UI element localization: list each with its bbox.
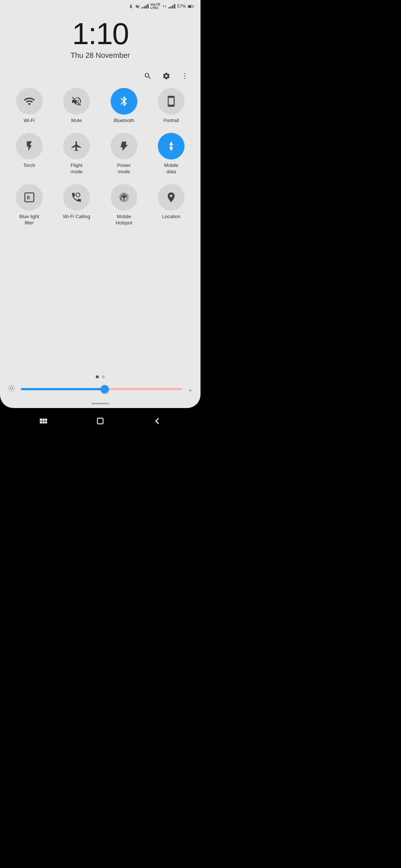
wifi-calling-tile[interactable]: Wi-Fi Calling [55,184,99,226]
flight-mode-tile-label: Flightmode [71,162,83,175]
brightness-sun-icon [7,384,16,394]
mute-tile-circle [63,88,90,115]
torch-tile[interactable]: Torch [7,133,51,175]
settings-button[interactable] [161,71,172,81]
svg-line-17 [13,386,14,387]
tiles-row-1: Wi-Fi Mute Bluetooth [7,88,193,124]
svg-rect-2 [188,6,191,7]
power-mode-tile-circle [111,133,137,160]
tiles-row-2: Torch Flightmode Powerm [7,133,193,175]
portrait-tile[interactable]: Portrait [150,88,193,124]
recent-apps-button[interactable] [34,412,53,430]
mute-tile-label: Mute [71,118,82,124]
brightness-slider[interactable] [21,388,182,390]
svg-rect-1 [193,6,194,7]
wifi-calling-tile-circle [63,184,90,211]
flight-mode-tile-circle [63,133,90,160]
location-tile[interactable]: Location [150,184,193,226]
torch-tile-circle [16,133,43,160]
wifi-tile-label: Wi-Fi [24,118,35,124]
signal1-icon [142,4,149,9]
svg-point-3 [185,73,186,74]
bluetooth-tile[interactable]: Bluetooth [102,88,146,124]
status-bar: VoLTELTE2 57% [0,0,200,11]
clock-time: 1:10 [72,19,128,49]
brightness-expand-button[interactable]: ⌄ [188,385,193,393]
mobile-data-tile[interactable]: Mobiledata [150,133,193,175]
svg-rect-20 [42,419,45,421]
search-button[interactable] [143,71,153,81]
bluetooth-tile-circle [111,88,137,115]
mute-tile[interactable]: Mute [55,88,99,124]
bluetooth-status-icon [128,4,133,9]
nav-divider [0,400,200,408]
svg-line-15 [9,386,10,387]
location-tile-label: Location [162,214,180,220]
clock-section: 1:10 Thu 28 November [0,11,200,71]
flight-mode-tile[interactable]: Flightmode [55,133,99,175]
bluetooth-tile-label: Bluetooth [114,118,134,124]
blue-light-tile-circle: B [16,184,43,211]
battery-icon [188,4,194,9]
home-button[interactable] [91,412,110,430]
power-mode-tile-label: Powermode [117,162,131,175]
svg-point-4 [185,76,186,77]
mobile-hotspot-tile[interactable]: MobileHotspot [102,184,146,226]
portrait-tile-label: Portrait [163,118,179,124]
navigation-bar [0,408,200,434]
svg-rect-23 [42,421,45,423]
svg-point-10 [10,387,13,389]
tiles-row-3: B Blue lightfilter Wi-Fi Calling [7,184,193,226]
svg-line-16 [13,390,14,391]
svg-rect-6 [170,96,172,97]
page-indicators [0,371,200,384]
volte-lte-icon: VoLTELTE2 [150,3,160,10]
nav-pill [91,403,109,404]
status-icons: VoLTELTE2 57% [128,3,194,10]
page-dot-1[interactable] [96,375,99,378]
mobile-data-tile-label: Mobiledata [164,162,178,175]
back-button[interactable] [148,412,166,430]
svg-line-18 [9,390,10,391]
page-dot-2[interactable] [102,375,105,378]
data-arrows-icon [162,4,167,9]
blue-light-tile-label: Blue lightfilter [19,214,39,226]
wifi-tile-circle [16,88,43,115]
wifi-tile[interactable]: Wi-Fi [7,88,51,124]
mobile-hotspot-tile-circle [111,184,137,211]
quick-tiles-section: Wi-Fi Mute Bluetooth [0,88,200,371]
blue-light-tile[interactable]: B Blue lightfilter [7,184,51,226]
quick-settings-toolbar [0,71,200,88]
svg-rect-21 [45,419,47,421]
torch-tile-label: Torch [23,162,35,169]
svg-rect-24 [45,421,47,423]
more-options-button[interactable] [180,71,190,81]
svg-text:B: B [27,195,30,200]
battery-percentage: 57% [177,4,186,9]
mobile-data-tile-circle [158,133,185,160]
signal2-icon [169,4,175,9]
power-mode-tile[interactable]: Powermode [102,133,146,175]
brightness-thumb [101,385,109,393]
svg-rect-25 [97,418,103,424]
portrait-tile-circle [158,88,185,115]
svg-rect-19 [40,419,42,421]
notification-panel: VoLTELTE2 57% 1:10 Thu 28 Nov [0,0,200,408]
svg-point-5 [185,78,186,79]
brightness-row: ⌄ [0,384,200,400]
clock-date: Thu 28 November [71,51,130,60]
svg-rect-22 [40,421,42,423]
mute-status-icon [135,4,140,9]
wifi-calling-tile-label: Wi-Fi Calling [63,214,90,220]
mobile-hotspot-tile-label: MobileHotspot [115,214,132,226]
location-tile-circle [158,184,185,211]
